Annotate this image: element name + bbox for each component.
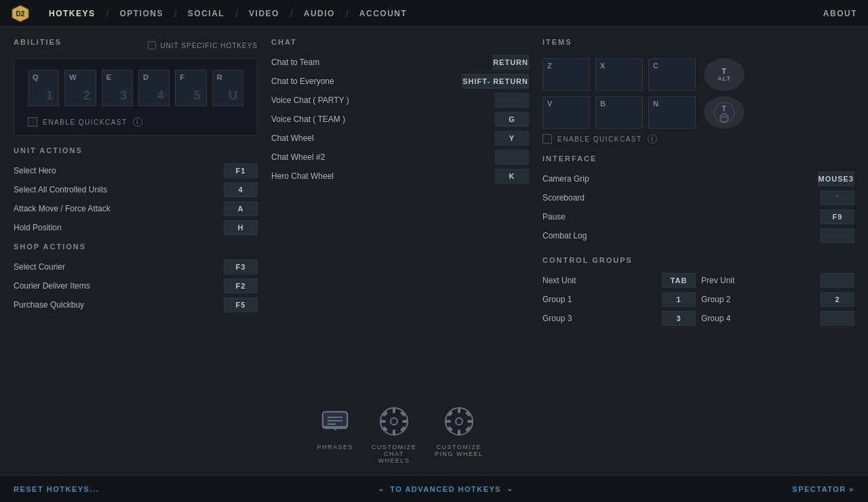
nav-audio[interactable]: AUDIO — [296, 6, 343, 21]
ability-slot-5[interactable]: F 5 — [175, 70, 206, 106]
customize-chat-wheels-button[interactable]: CUSTOMIZE CHAT WHEELS — [367, 404, 421, 464]
cg-key-2b[interactable] — [821, 311, 854, 326]
chat-key-3[interactable]: G — [495, 112, 529, 127]
alt-slot[interactable]: T ALT — [704, 58, 745, 91]
ability-slot-2[interactable]: W 2 — [64, 70, 96, 106]
unit-action-row-2: Attack Move / Force Attack A — [14, 199, 258, 218]
ability-slot-3[interactable]: E 3 — [102, 70, 133, 106]
items-quickcast-checkbox[interactable] — [542, 134, 552, 144]
chat-section: CHAT Chat to Team RETURN Chat to Everyon… — [271, 38, 529, 388]
unit-actions-section: UNIT ACTIONS Select Hero F1 Select All C… — [14, 146, 258, 237]
chat-key-5[interactable] — [495, 150, 529, 165]
items-special-slots: T ALT T — [704, 58, 745, 144]
item-slot-b[interactable]: B — [595, 96, 643, 129]
item-key-x: X — [600, 62, 605, 70]
shop-action-key-2[interactable]: F5 — [224, 297, 258, 312]
chat-wheel-icon — [377, 404, 411, 438]
cg-row-2: Group 3 3 Group 4 — [542, 309, 854, 328]
chat-key-0[interactable]: RETURN — [492, 55, 529, 70]
items-quickcast-info[interactable]: i — [648, 134, 657, 144]
cg-key-1a[interactable]: 1 — [662, 292, 696, 307]
interface-label-1: Scoreboard — [542, 193, 585, 203]
nav-about[interactable]: ABOUT — [823, 9, 857, 18]
item-key-z: Z — [547, 62, 552, 70]
svg-text:D2: D2 — [16, 10, 25, 18]
item-slot-v[interactable]: V — [542, 96, 590, 129]
item-slot-n[interactable]: N — [648, 96, 696, 129]
chat-key-1[interactable]: SHIFT- RETURN — [462, 74, 529, 89]
spectator-button[interactable]: SPECTATOR » — [792, 485, 854, 493]
cg-label-0a: Next Unit — [542, 276, 656, 285]
unit-action-key-3[interactable]: H — [224, 220, 258, 235]
chat-key-2[interactable] — [495, 93, 529, 108]
chat-row-1: Chat to Everyone SHIFT- RETURN — [271, 72, 529, 91]
abilities-quickcast-info[interactable]: i — [133, 117, 142, 127]
cg-label-2b: Group 4 — [701, 314, 815, 323]
abilities-quickcast-checkbox[interactable] — [28, 117, 37, 127]
alt-slot-alt: ALT — [717, 75, 731, 82]
chat-key-4[interactable]: Y — [495, 131, 529, 146]
ability-slot-4[interactable]: D 4 — [138, 70, 170, 106]
chevron-down-icon-2: ⌄ — [507, 484, 514, 493]
slot-num-3: 3 — [120, 89, 127, 103]
cg-label-1a: Group 1 — [542, 295, 656, 304]
unit-action-key-2[interactable]: A — [224, 201, 258, 216]
unit-specific-checkbox[interactable] — [148, 41, 156, 49]
nav-account[interactable]: ACCOUNT — [351, 6, 416, 21]
unit-action-label-0: Select Hero — [14, 166, 56, 175]
chat-actions-row: PHRASES — [271, 399, 529, 464]
interface-key-0[interactable]: MOUSE3 — [818, 171, 854, 186]
item-key-c: C — [653, 62, 658, 70]
unit-specific-label: UNIT SPECIFIC HOTKEYS — [160, 42, 258, 49]
svg-rect-22 — [446, 420, 451, 423]
cg-key-2a[interactable]: 3 — [662, 311, 696, 326]
cg-key-1b[interactable]: 2 — [821, 292, 854, 307]
unit-specific-row: UNIT SPECIFIC HOTKEYS — [148, 41, 258, 49]
cg-key-0a[interactable]: TAB — [662, 273, 696, 288]
advanced-hotkeys-button[interactable]: ⌄ TO ADVANCED HOTKEYS ⌄ — [378, 484, 514, 493]
ping-wheel-label: CUSTOMIZE PING WHEEL — [435, 444, 484, 457]
ability-slot-1[interactable]: Q 1 — [28, 70, 59, 106]
chat-label-0: Chat to Team — [271, 58, 319, 67]
interface-key-3[interactable] — [821, 228, 854, 243]
cg-label-1b: Group 2 — [701, 295, 815, 304]
ability-slot-6[interactable]: R U — [212, 70, 243, 106]
chat-key-6[interactable]: K — [495, 169, 529, 184]
shop-action-key-1[interactable]: F2 — [224, 278, 258, 293]
item-slot-x[interactable]: X — [595, 58, 643, 91]
slot-key-6: R — [217, 73, 222, 81]
item-key-n: N — [653, 100, 658, 108]
unit-action-key-1[interactable]: 4 — [224, 182, 258, 197]
reset-hotkeys-button[interactable]: RESET HOTKEYS... — [14, 485, 99, 493]
shop-actions-title: SHOP ACTIONS — [14, 243, 258, 251]
item-slot-z[interactable]: Z — [542, 58, 590, 91]
svg-rect-13 — [402, 420, 408, 423]
nav-hotkeys[interactable]: HOTKEYS — [41, 6, 104, 21]
svg-rect-20 — [458, 408, 460, 413]
nav-options[interactable]: OPTIONS — [111, 6, 172, 21]
interface-key-2[interactable]: F9 — [821, 209, 854, 224]
unit-action-key-0[interactable]: F1 — [224, 163, 258, 178]
item-slot-c[interactable]: C — [648, 58, 696, 91]
unit-action-label-1: Select All Controlled Units — [14, 185, 107, 194]
nav-video[interactable]: VIDEO — [241, 6, 288, 21]
chat-label-2: Voice Chat ( PARTY ) — [271, 96, 349, 105]
phrases-label: PHRASES — [317, 444, 353, 451]
chat-label-3: Voice Chat ( TEAM ) — [271, 114, 345, 124]
tp-slot[interactable]: T — [704, 96, 745, 129]
interface-key-1[interactable]: ` — [821, 190, 854, 205]
cg-key-0b[interactable] — [821, 273, 854, 288]
shop-action-key-0[interactable]: F3 — [224, 259, 258, 274]
unit-action-row-3: Hold Position H — [14, 218, 258, 237]
phrases-icon — [318, 404, 352, 438]
slot-num-5: 5 — [194, 89, 201, 103]
chat-label-6: Hero Chat Wheel — [271, 171, 334, 181]
svg-point-9 — [391, 418, 397, 425]
interface-title: INTERFACE — [542, 154, 854, 163]
item-key-v: V — [547, 100, 552, 108]
shop-action-row-0: Select Courier F3 — [14, 257, 258, 276]
customize-ping-wheel-button[interactable]: CUSTOMIZE PING WHEEL — [435, 404, 484, 457]
phrases-button[interactable]: PHRASES — [317, 404, 353, 451]
nav-social[interactable]: SOCIAL — [180, 6, 233, 21]
interface-label-0: Camera Grip — [542, 174, 589, 184]
